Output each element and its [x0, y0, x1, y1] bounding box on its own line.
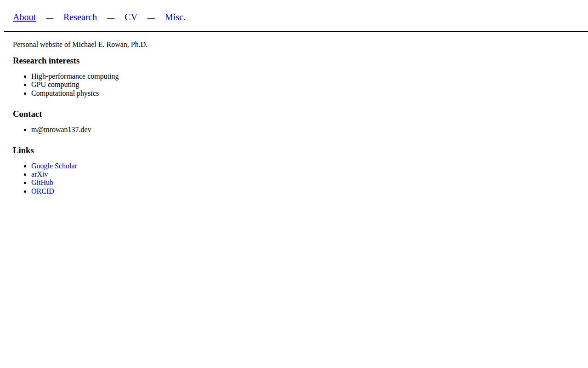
list-item: GitHub	[31, 178, 582, 187]
intro-text: Personal website of Michael E. Rowan, Ph…	[13, 40, 582, 49]
list-item: ORCID	[31, 187, 582, 196]
list-item: GPU computing	[31, 80, 582, 89]
nav-link-cv[interactable]: CV	[124, 12, 137, 23]
divider	[4, 31, 588, 32]
list-item: Google Scholar	[31, 162, 582, 170]
list-item: Computational physics	[31, 89, 582, 98]
nav-separator: —	[46, 14, 53, 22]
link-arxiv[interactable]: arXiv	[31, 170, 48, 178]
link-github[interactable]: GitHub	[31, 178, 53, 186]
nav-link-misc[interactable]: Misc.	[165, 12, 186, 23]
section-heading-research-interests: Research interests	[13, 56, 582, 66]
section-heading-contact: Contact	[13, 109, 582, 119]
nav-link-about[interactable]: About	[13, 12, 36, 23]
top-nav: About — Research — CV — Misc.	[4, 4, 588, 28]
list-item: High-performance computing	[31, 72, 582, 80]
nav-separator: —	[107, 14, 114, 22]
contact-list: m@mrowan137.dev	[13, 126, 582, 134]
link-orcid[interactable]: ORCID	[31, 187, 54, 195]
main-content: Personal website of Michael E. Rowan, Ph…	[4, 40, 588, 196]
link-google-scholar[interactable]: Google Scholar	[31, 162, 77, 170]
nav-link-research[interactable]: Research	[63, 12, 97, 23]
links-list: Google Scholar arXiv GitHub ORCID	[13, 162, 582, 196]
section-heading-links: Links	[13, 145, 582, 155]
email-text: m@mrowan137.dev	[31, 126, 582, 134]
nav-separator: —	[147, 14, 155, 22]
research-interests-list: High-performance computing GPU computing…	[13, 72, 582, 98]
list-item: arXiv	[31, 170, 582, 178]
